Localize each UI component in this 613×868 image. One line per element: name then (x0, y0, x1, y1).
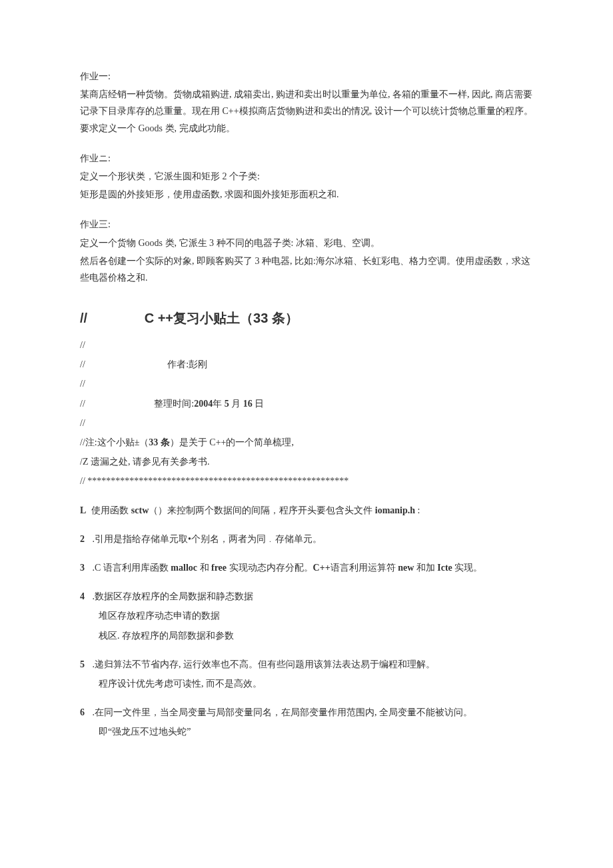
time-day: 16 (243, 399, 253, 409)
list-item-text: .C 语言利用库函数 (90, 563, 171, 573)
homework-3: 作业三: 定义一个货物 Goods 类, 它派生 3 种不同的电器子类: 冰箱、… (80, 216, 533, 286)
bold-term: new (398, 563, 414, 573)
hw2-title: 作业ニ: (80, 150, 533, 167)
author-text: 作者:彭刚 (167, 359, 207, 369)
list-item: 5 .递归算法不节省内存, 运行效率也不高。但有些问题用该算法表达易于编程和理解… (80, 656, 533, 692)
title-text: C ++复习小贴土（33 条） (145, 311, 299, 325)
note-bold: 33 条 (149, 437, 170, 447)
list-item-number: 3 (80, 563, 85, 573)
homework-1: 作业一: 某商店经销一种货物。货物成箱购进, 成箱卖出, 购进和卖出时以重量为单… (80, 68, 533, 137)
list-item-main: L使用函数 sctw（）来控制两个数据间的间隔，程序开头要包含头文件 ioman… (80, 502, 533, 519)
list-item: L使用函数 sctw（）来控制两个数据间的间隔，程序开头要包含头文件 ioman… (80, 502, 533, 519)
list-item-text: : (415, 505, 420, 515)
bold-term: C++ (313, 563, 330, 573)
list-item: 3 .C 语言利用库函数 malloc 和 free 实现动态内存分配。C++语… (80, 559, 533, 576)
bold-term: malloc (171, 563, 197, 573)
list-item-sub: 栈区. 存放程序的局部数据和参数 (99, 627, 533, 644)
list-item-text: 和 (197, 563, 211, 573)
bold-term: sctw (131, 505, 149, 515)
list-item-number: 5 (80, 659, 85, 669)
hw2-line2: 矩形是圆的外接矩形，使用虚函数, 求圆和圆外接矩形面积之和. (80, 186, 533, 203)
list-item-sub: 程序设计优先考虑可读性, 而不是高效。 (99, 675, 533, 692)
list-item-text: 实现。 (452, 563, 483, 573)
tips-title: // C ++复习小贴土（33 条） (80, 306, 533, 330)
hw1-title: 作业一: (80, 68, 533, 85)
list-item: 4 .数据区存放程序的全局数据和静态数据堆区存放程序动态申请的数据栈区. 存放程… (80, 588, 533, 644)
slash-line-1: // (80, 337, 533, 353)
list-item-text: 使用函数 (91, 505, 131, 515)
hw3-title: 作业三: (80, 216, 533, 233)
time-year: 2004 (194, 399, 213, 409)
list-item-text: 语言利用运算符 (330, 563, 398, 573)
list-item-text: .引用是指给存储单元取•个别名，两者为同﹒存储单元。 (90, 534, 322, 544)
tips-list: L使用函数 sctw（）来控制两个数据间的间隔，程序开头要包含头文件 ioman… (80, 502, 533, 741)
list-item-text: （）来控制两个数据间的间隔，程序开头要包含头文件 (149, 505, 375, 515)
list-item: 6 .在同一文件里，当全局变量与局部变量同名，在局部变量作用范围内, 全局变量不… (80, 704, 533, 740)
list-item-number: 6 (80, 707, 85, 717)
author-line: // 作者:彭刚 (80, 356, 533, 373)
list-item-main: 5 .递归算法不节省内存, 运行效率也不高。但有些问题用该算法表达易于编程和理解… (80, 656, 533, 673)
list-item-sub: 即“强龙压不过地头蛇” (99, 723, 533, 740)
stars-line: // *************************************… (80, 473, 533, 489)
bold-term: Icte (437, 563, 452, 573)
list-item-sub: 堆区存放程序动态申请的数据 (99, 607, 533, 624)
list-item-text: .在同一文件里，当全局变量与局部变量同名，在局部变量作用范围内, 全局变量不能被… (90, 707, 472, 717)
time-month: 5 (225, 399, 229, 409)
list-item-number: 4 (80, 591, 85, 601)
note-line-1: //注:这个小贴±（33 条）是关于 C++的一个简单梳理, (80, 434, 533, 451)
note-suffix: ）是关于 C++的一个简单梳理, (170, 437, 294, 447)
slash-line-2: // (80, 375, 533, 392)
time-prefix: // (80, 399, 85, 409)
hw3-line2: 然后各创建一个实际的对象, 即顾客购买了 3 种电器, 比如:海尔冰箱、长虹彩电… (80, 253, 533, 286)
list-item-number: 2 (80, 534, 85, 544)
homework-2: 作业ニ: 定义一个形状类，它派生圆和矩形 2 个子类: 矩形是圆的外接矩形，使用… (80, 150, 533, 203)
tips-header: // C ++复习小贴土（33 条） // // 作者:彭刚 // // 整理时… (80, 306, 533, 490)
hw2-line1: 定义一个形状类，它派生圆和矩形 2 个子类: (80, 168, 533, 185)
note-line-2: /Z 遗漏之处, 请参见有关参考书. (80, 453, 533, 470)
time-line: // 整理时间:2004年 5 月 16 日 (80, 395, 533, 412)
list-item-main: 4 .数据区存放程序的全局数据和静态数据 (80, 588, 533, 605)
list-item: 2 .引用是指给存储单元取•个别名，两者为同﹒存储单元。 (80, 531, 533, 547)
bold-term: iomanip.h (375, 505, 415, 515)
list-item-number: L (80, 505, 86, 515)
list-item-main: 3 .C 语言利用库函数 malloc 和 free 实现动态内存分配。C++语… (80, 559, 533, 576)
author-prefix: // (80, 359, 85, 369)
list-item-text: .数据区存放程序的全局数据和静态数据 (90, 591, 253, 601)
list-item-text: .递归算法不节省内存, 运行效率也不高。但有些问题用该算法表达易于编程和理解。 (90, 659, 435, 669)
hw1-body: 某商店经销一种货物。货物成箱购进, 成箱卖出, 购进和卖出时以重量为单位, 各箱… (80, 86, 533, 137)
list-item-text: 实现动态内存分配。 (227, 563, 313, 573)
bold-term: free (211, 563, 227, 573)
slash-line-3: // (80, 415, 533, 431)
list-item-main: 2 .引用是指给存储单元取•个别名，两者为同﹒存储单元。 (80, 531, 533, 547)
time-label: 整理时间: (154, 399, 194, 409)
note-prefix: //注:这个小贴±（ (80, 437, 149, 447)
hw3-line1: 定义一个货物 Goods 类, 它派生 3 种不同的电器子类: 冰箱、彩电、空调… (80, 235, 533, 251)
list-item-text: 和加 (414, 563, 437, 573)
title-prefix: // (80, 311, 87, 325)
list-item-main: 6 .在同一文件里，当全局变量与局部变量同名，在局部变量作用范围内, 全局变量不… (80, 704, 533, 721)
